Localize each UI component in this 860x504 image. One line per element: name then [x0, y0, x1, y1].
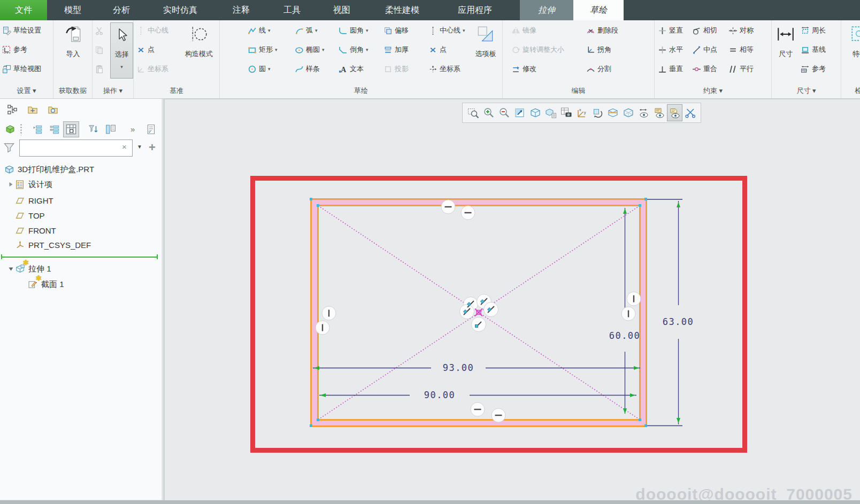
dim-63[interactable]	[647, 199, 682, 426]
ref-dim-button[interactable]: REF参考	[801, 63, 826, 75]
circle-dropdown-arrow[interactable]: ▾	[268, 67, 271, 72]
panel-tool-grid-columns[interactable]	[63, 121, 79, 137]
spline-button[interactable]: 样条	[295, 63, 320, 75]
thicken-button[interactable]: 加厚	[383, 43, 409, 56]
arc-button[interactable]: 弧▾	[295, 24, 318, 37]
menu-tab-file[interactable]: 文件	[0, 0, 47, 20]
coincident-constraint-button[interactable]: 重合	[692, 63, 717, 75]
baseline-dim-button[interactable]: 基线	[801, 43, 826, 56]
point-datum-button[interactable]: 点	[136, 43, 155, 56]
line-dropdown-arrow[interactable]: ▾	[268, 28, 271, 33]
menu-tab-context-1[interactable]: 草绘	[573, 0, 624, 20]
horizontal-constraint-button[interactable]: 水平	[658, 43, 683, 56]
references-button[interactable]: 参考	[2, 43, 27, 56]
menu-tab-1[interactable]: 模型	[47, 0, 98, 20]
plane-front-node[interactable]: FRONT	[6, 223, 56, 237]
center-handles[interactable]	[460, 294, 498, 332]
panel-tab-folder[interactable]	[25, 103, 41, 117]
section-node[interactable]: ✱截面 1	[19, 277, 64, 291]
symmetric-constraint-button[interactable]: 对称	[728, 24, 754, 37]
extrude-node[interactable]: ✱拉伸 1	[6, 262, 51, 276]
import-button[interactable]: 导入	[56, 25, 90, 59]
chamfer-dropdown-arrow[interactable]: ▾	[366, 48, 368, 52]
tangent-constraint-button[interactable]: 相切	[692, 24, 717, 37]
rectangle-button[interactable]: 矩形▾	[248, 43, 278, 56]
graphics-canvas[interactable]: xy 63.00 60.00 93.00	[165, 99, 860, 504]
vertical-constraint-button[interactable]: 竖直	[658, 24, 683, 37]
delete-segment-button[interactable]: 删除段	[586, 24, 618, 37]
ribbon-group-footer-operations[interactable]: 操作 ▾	[93, 86, 133, 96]
panel-tool-list-expand[interactable]	[30, 121, 46, 137]
tree-filter-input[interactable]	[19, 139, 133, 157]
panel-tool-filter-sort[interactable]	[86, 121, 102, 137]
dim-90-value[interactable]: 90.00	[424, 390, 456, 400]
offset-button[interactable]: 偏移	[383, 24, 409, 37]
insertion-locator[interactable]	[1, 256, 158, 258]
ellipse-button[interactable]: 椭圆▾	[295, 43, 325, 56]
panel-tool-model-cube[interactable]	[2, 121, 18, 137]
select-button[interactable]: 选择▾	[110, 22, 133, 79]
construction-mode-button[interactable]: 构造模式	[180, 25, 218, 59]
line-button[interactable]: 线▾	[248, 24, 271, 37]
part-node[interactable]: 3D打印机维护盒.PRT	[4, 162, 94, 176]
menu-tab-4[interactable]: 注释	[216, 0, 266, 20]
perpendicular-constraint-button[interactable]: 垂直	[658, 63, 683, 75]
tree-expander-expanded[interactable]	[6, 266, 15, 272]
dimension-button[interactable]: 尺寸	[772, 25, 800, 59]
import-icon	[64, 25, 83, 44]
panel-tool-list-collapse[interactable]	[47, 121, 63, 137]
palette-button[interactable]: 选项板	[470, 25, 501, 59]
ribbon-group-footer-constrain[interactable]: 约束 ▾	[655, 86, 771, 96]
design-items-node[interactable]: 设计项	[6, 177, 52, 191]
point-button[interactable]: 点	[428, 43, 447, 56]
ellipse-dropdown-arrow[interactable]: ▾	[322, 48, 325, 52]
panel-tool-tree-columns[interactable]	[103, 121, 119, 137]
arc-dropdown-arrow[interactable]: ▾	[315, 28, 318, 33]
sketch-view-label: 草绘视图	[13, 64, 41, 74]
perimeter-dim-button[interactable]: 周长	[801, 24, 826, 37]
ribbon-group-footer-settings[interactable]: 设置 ▾	[0, 86, 53, 96]
modify-button[interactable]: 修改	[511, 63, 536, 75]
equal-constraint-button[interactable]: 相等	[728, 43, 754, 56]
filter-dropdown-arrow[interactable]: ▼	[137, 144, 142, 150]
panel-toolbar-overflow[interactable]: »	[130, 125, 135, 134]
feature-requirements-button[interactable]: 特征	[843, 25, 860, 59]
panel-tool-doc-settings[interactable]	[143, 121, 159, 137]
parallel-constraint-button[interactable]: 平行	[728, 63, 754, 75]
text-button[interactable]: A文本	[339, 63, 364, 75]
csys-node[interactable]: PRT_CSYS_DEF	[6, 238, 91, 252]
plane-top-node[interactable]: TOP	[6, 208, 45, 222]
divide-button[interactable]: 分割	[586, 63, 611, 75]
panel-tab-fav[interactable]	[45, 103, 61, 117]
circle-button[interactable]: 圆▾	[248, 63, 271, 75]
filter-add-icon[interactable]: +	[149, 141, 156, 154]
filter-clear-icon[interactable]: ×	[122, 142, 127, 151]
centerline-dropdown-arrow[interactable]: ▾	[463, 28, 465, 33]
chamfer-button[interactable]: 倒角▾	[339, 43, 368, 56]
centerline-button[interactable]: 中心线▾	[428, 24, 465, 37]
midpoint-constraint-button[interactable]: 中点	[692, 43, 717, 56]
tree-expander-collapsed[interactable]	[6, 182, 15, 187]
ribbon-group-footer-dimension[interactable]: 尺寸 ▾	[772, 86, 841, 96]
plane-right-node[interactable]: RIGHT	[6, 193, 53, 207]
dim-63-value[interactable]: 63.00	[663, 316, 694, 327]
corner-button[interactable]: 拐角	[586, 43, 611, 56]
rectangle-dropdown-arrow[interactable]: ▾	[275, 48, 278, 52]
sketch-view-button[interactable]: 草绘视图	[2, 63, 41, 75]
menu-tab-7[interactable]: 柔性建模	[366, 0, 439, 20]
dim-93-value[interactable]: 93.00	[443, 362, 474, 373]
construction-mode-icon	[189, 25, 209, 44]
panel-tab-tree[interactable]	[4, 103, 20, 117]
sketch-setup-button[interactable]: 草绘设置	[2, 24, 41, 37]
select-dropdown-arrow[interactable]: ▾	[120, 65, 123, 69]
menu-tab-context-0[interactable]: 拉伸	[520, 0, 573, 20]
menu-tab-3[interactable]: 实时仿真	[144, 0, 216, 20]
menu-tab-5[interactable]: 工具	[266, 0, 318, 20]
fillet-dropdown-arrow[interactable]: ▾	[366, 28, 368, 33]
dim-60-value[interactable]: 60.00	[609, 330, 641, 341]
menu-tab-2[interactable]: 分析	[98, 0, 144, 20]
menu-tab-8[interactable]: 应用程序	[439, 0, 511, 20]
menu-tab-6[interactable]: 视图	[318, 0, 366, 20]
csys-button[interactable]: 坐标系	[428, 63, 460, 75]
fillet-button[interactable]: 圆角▾	[339, 24, 368, 37]
